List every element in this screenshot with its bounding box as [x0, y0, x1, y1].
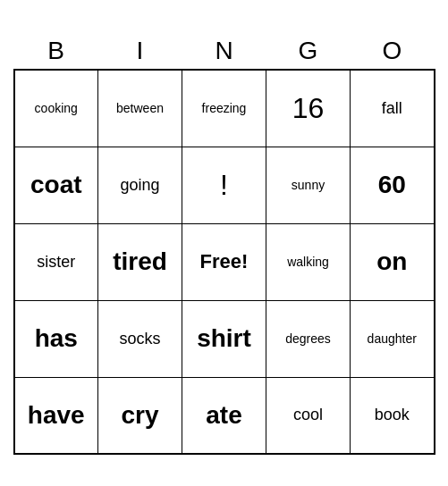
cell-r2-c0: sister — [14, 223, 98, 300]
cell-r3-c0: has — [14, 300, 98, 377]
cell-r4-c1: cry — [98, 377, 182, 454]
cell-r0-c2: freezing — [182, 70, 266, 147]
cell-r4-c0: have — [14, 377, 98, 454]
bingo-header: BINGO — [14, 31, 435, 69]
cell-r3-c3: degrees — [266, 300, 351, 377]
header-letter-o: O — [351, 37, 435, 65]
cell-r3-c1: socks — [98, 300, 182, 377]
grid-row-2: sistertiredFree!walkingon — [14, 223, 435, 300]
cell-r2-c2: Free! — [182, 223, 266, 300]
grid-row-1: coatgoing!sunny60 — [14, 147, 435, 223]
cell-r2-c4: on — [351, 223, 435, 300]
cell-r4-c4: book — [351, 377, 435, 454]
header-letter-n: N — [182, 37, 266, 65]
grid-row-3: hassocksshirtdegreesdaughter — [14, 300, 435, 377]
cell-r0-c1: between — [98, 70, 182, 147]
cell-r4-c3: cool — [266, 377, 351, 454]
cell-r3-c4: daughter — [351, 300, 435, 377]
header-letter-i: I — [98, 37, 182, 65]
cell-r1-c4: 60 — [351, 147, 435, 223]
cell-r0-c4: fall — [351, 70, 435, 147]
cell-r1-c1: going — [98, 147, 182, 223]
cell-r3-c2: shirt — [182, 300, 266, 377]
cell-r4-c2: ate — [182, 377, 266, 454]
header-letter-g: G — [266, 37, 351, 65]
cell-r1-c0: coat — [14, 147, 98, 223]
cell-r0-c3: 16 — [266, 70, 351, 147]
grid-row-4: havecryatecoolbook — [14, 377, 435, 454]
cell-r1-c3: sunny — [266, 147, 351, 223]
header-letter-b: B — [14, 37, 98, 65]
cell-r1-c2: ! — [182, 147, 266, 223]
cell-r2-c3: walking — [266, 223, 351, 300]
cell-r0-c0: cooking — [14, 70, 98, 147]
grid-row-0: cookingbetweenfreezing16fall — [14, 70, 435, 147]
bingo-grid: cookingbetweenfreezing16fallcoatgoing!su… — [13, 69, 435, 455]
cell-r2-c1: tired — [98, 223, 182, 300]
